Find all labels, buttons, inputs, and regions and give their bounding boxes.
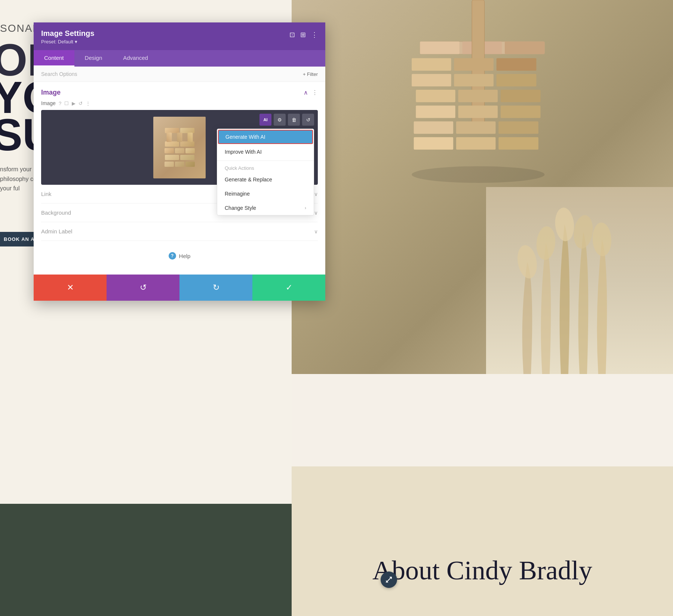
block <box>187 133 193 142</box>
tab-design[interactable]: Design <box>74 50 113 67</box>
bg-bottom-right: About Cindy Bradly <box>292 466 673 616</box>
image-section-header: Image ∧ ⋮ <box>41 82 318 100</box>
section-more-icon[interactable]: ⋮ <box>312 89 318 96</box>
block <box>165 162 174 167</box>
block <box>180 155 194 160</box>
svg-rect-22 <box>498 137 538 150</box>
pampas-grass-area <box>486 187 673 374</box>
more-options-icon[interactable]: ⋮ <box>311 31 318 39</box>
panel-preset[interactable]: Preset: Default ▾ <box>41 39 94 45</box>
svg-rect-7 <box>497 58 537 71</box>
dropdown-divider <box>217 160 314 161</box>
panel-header: Image Settings Preset: Default ▾ ⊡ ⊞ ⋮ <box>34 22 325 50</box>
svg-rect-1 <box>420 42 460 54</box>
svg-rect-15 <box>458 105 498 118</box>
panel-tabs: Content Design Advanced <box>34 50 325 67</box>
svg-rect-16 <box>501 105 541 118</box>
background-section-title: Background <box>41 209 71 216</box>
block <box>165 148 174 153</box>
panel-title: Image Settings <box>41 29 94 38</box>
block <box>180 141 194 147</box>
generate-replace-item[interactable]: Generate & Replace <box>217 172 314 187</box>
reimagine-item[interactable]: Reimagine <box>217 187 314 201</box>
svg-rect-13 <box>501 90 541 102</box>
more-icon[interactable]: ⋮ <box>86 101 90 106</box>
improve-with-ai-item[interactable]: Improve With AI <box>217 145 314 159</box>
block <box>175 148 184 153</box>
admin-label-title: Admin Label <box>41 228 72 235</box>
image-section-title: Image <box>41 89 61 96</box>
admin-label-section[interactable]: Admin Label ∨ <box>41 222 318 241</box>
ai-dropdown-menu: Generate With AI Improve With AI Quick A… <box>217 129 314 215</box>
help-text: Help <box>179 253 191 259</box>
image-preview <box>153 117 206 178</box>
save-button[interactable]: ✓ <box>252 275 325 301</box>
generate-with-ai-item[interactable]: Generate With AI <box>218 130 313 144</box>
layout-icon[interactable]: ⊞ <box>300 31 306 39</box>
svg-point-25 <box>535 226 557 261</box>
svg-point-23 <box>412 166 545 183</box>
panel-header-icons: ⊡ ⊞ ⋮ <box>289 31 318 39</box>
help-section[interactable]: ? Help <box>41 241 318 267</box>
svg-rect-8 <box>412 74 451 86</box>
reset-button[interactable]: ↺ <box>107 275 179 301</box>
chevron-right-icon: › <box>305 205 306 211</box>
cancel-button[interactable]: ✕ <box>34 275 107 301</box>
link-chevron-icon: ∨ <box>314 191 318 197</box>
reset-tool-button[interactable]: ↺ <box>302 114 314 126</box>
mobile-icon[interactable]: ☐ <box>64 101 69 106</box>
image-toolbar: AI ⚙ 🗑 ↺ <box>259 114 314 126</box>
svg-rect-21 <box>456 137 496 150</box>
svg-rect-9 <box>454 74 494 86</box>
undo-icon[interactable]: ↺ <box>79 101 83 106</box>
block <box>165 155 179 160</box>
jenga-blocks <box>153 117 206 178</box>
svg-rect-17 <box>414 121 454 134</box>
svg-rect-20 <box>414 137 454 150</box>
filter-button[interactable]: + Filter <box>303 71 318 77</box>
floating-tool-button[interactable] <box>381 571 397 588</box>
image-settings-panel: Image Settings Preset: Default ▾ ⊡ ⊞ ⋮ C… <box>34 22 325 301</box>
redo-button[interactable]: ↻ <box>179 275 252 301</box>
panel-title-group: Image Settings Preset: Default ▾ <box>41 29 94 45</box>
svg-point-27 <box>572 214 595 250</box>
image-field-label: Image <box>41 100 56 106</box>
help-question-icon[interactable]: ? <box>59 101 61 106</box>
tab-advanced[interactable]: Advanced <box>113 50 159 67</box>
select-icon[interactable]: ▶ <box>72 101 76 106</box>
search-bar: Search Options + Filter <box>34 67 325 82</box>
section-collapse-icon[interactable]: ∧ <box>304 89 308 96</box>
block <box>175 162 184 167</box>
block <box>177 133 182 142</box>
ai-tool-button[interactable]: AI <box>259 114 271 126</box>
crop-icon[interactable]: ⊡ <box>289 31 295 39</box>
block <box>166 133 172 142</box>
svg-rect-10 <box>497 74 537 86</box>
svg-rect-3 <box>505 42 545 54</box>
block <box>185 148 195 153</box>
block <box>165 141 179 147</box>
panel-action-bar: ✕ ↺ ↻ ✓ <box>34 275 325 301</box>
svg-point-26 <box>554 207 575 242</box>
panel-body: Image ∧ ⋮ Image ? ☐ ▶ ↺ ⋮ <box>34 82 325 275</box>
section-controls: ∧ ⋮ <box>304 89 318 96</box>
svg-rect-19 <box>498 121 538 134</box>
preset-arrow-icon: ▾ <box>75 39 77 45</box>
svg-rect-14 <box>416 105 455 118</box>
delete-tool-button[interactable]: 🗑 <box>288 114 300 126</box>
admin-label-chevron-icon: ∨ <box>314 229 318 235</box>
settings-tool-button[interactable]: ⚙ <box>274 114 286 126</box>
quick-actions-label: Quick Actions <box>217 162 314 172</box>
svg-rect-6 <box>454 58 494 71</box>
svg-rect-18 <box>456 121 496 134</box>
svg-rect-12 <box>458 90 498 102</box>
change-style-item[interactable]: Change Style › <box>217 201 314 215</box>
link-section-title: Link <box>41 191 52 197</box>
image-container: AI ⚙ 🗑 ↺ Generate With AI Improve With A… <box>41 110 318 185</box>
about-heading: About Cindy Bradly <box>146 555 673 586</box>
background-chevron-icon: ∨ <box>314 210 318 216</box>
help-circle-icon: ? <box>169 252 176 260</box>
tab-content[interactable]: Content <box>34 50 74 67</box>
search-placeholder-text: Search Options <box>41 71 77 77</box>
block <box>185 162 195 167</box>
